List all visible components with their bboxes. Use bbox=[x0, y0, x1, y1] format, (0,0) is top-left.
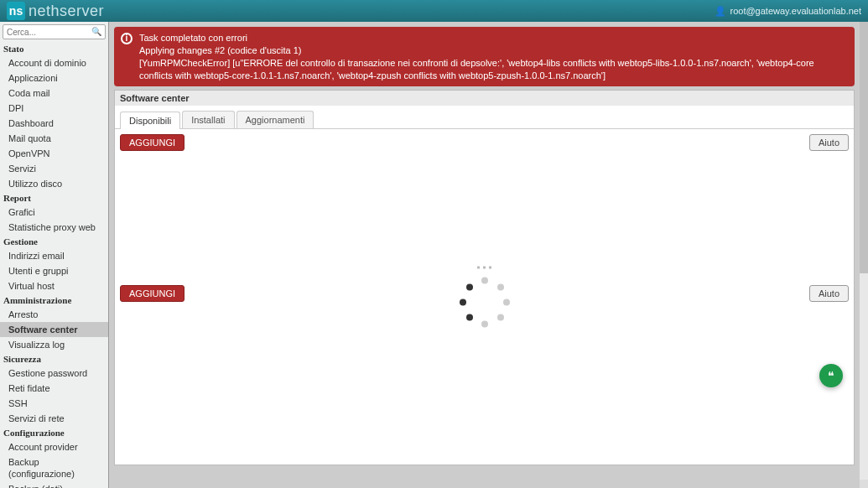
logo-text: nethserver bbox=[29, 3, 104, 20]
nav-section: Amministrazione bbox=[0, 293, 108, 307]
nav-item[interactable]: Arresto bbox=[0, 307, 108, 322]
nav-item[interactable]: Indirizzi email bbox=[0, 248, 108, 263]
tab[interactable]: Aggiornamenti bbox=[236, 111, 314, 128]
nav-item[interactable]: Mail quota bbox=[0, 131, 108, 146]
help-button[interactable]: Aiuto bbox=[809, 134, 849, 151]
nav-item[interactable]: Account provider bbox=[0, 439, 108, 454]
nav-item[interactable]: OpenVPN bbox=[0, 146, 108, 161]
app-header: ns nethserver 👤 root@gateway.evaluationl… bbox=[0, 0, 868, 22]
nav-item[interactable]: Servizi di rete bbox=[0, 411, 108, 426]
logo-icon: ns bbox=[7, 2, 25, 20]
nav-section: Gestione bbox=[0, 235, 108, 248]
add-button[interactable]: AGGIUNGI bbox=[120, 285, 185, 302]
nav-section: Report bbox=[0, 191, 108, 205]
add-button[interactable]: AGGIUNGI bbox=[120, 134, 185, 151]
search-icon: 🔍 bbox=[91, 27, 101, 36]
nav-item[interactable]: Utenti e gruppi bbox=[0, 263, 108, 278]
nav-item[interactable]: Virtual host bbox=[0, 278, 108, 293]
sidebar: 🔍 StatoAccount di dominioApplicazioniCod… bbox=[0, 22, 109, 488]
user-label: root@gateway.evaluationlab.net bbox=[730, 6, 861, 16]
nav-item[interactable]: Servizi bbox=[0, 161, 108, 176]
nav-item[interactable]: Grafici bbox=[0, 205, 108, 220]
nav-section: Sicurezza bbox=[0, 352, 108, 366]
action-row-top: AGGIUNGI Aiuto bbox=[120, 134, 849, 151]
nav-item[interactable]: Gestione password bbox=[0, 366, 108, 381]
help-button[interactable]: Aiuto bbox=[809, 285, 849, 302]
tab[interactable]: Disponibili bbox=[120, 112, 180, 129]
scrollbar-corner bbox=[860, 480, 868, 488]
scrollbar[interactable] bbox=[860, 22, 868, 488]
nav-item[interactable]: Utilizzo disco bbox=[0, 176, 108, 191]
nav-item[interactable]: Applicazioni bbox=[0, 70, 108, 86]
nav-item[interactable]: Coda mail bbox=[0, 86, 108, 101]
nav-item[interactable]: Software center bbox=[0, 322, 108, 337]
user-icon: 👤 bbox=[715, 6, 726, 17]
alert-error: i Task completato con errori Applying ch… bbox=[114, 27, 855, 86]
logo: ns nethserver bbox=[7, 2, 104, 20]
tab-bar: DisponibiliInstallatiAggiornamenti bbox=[115, 106, 854, 129]
nav-item[interactable]: Statistiche proxy web bbox=[0, 220, 108, 235]
nav-item[interactable]: Visualizza log bbox=[0, 337, 108, 352]
chat-button[interactable] bbox=[819, 364, 843, 387]
nav-section: Configurazione bbox=[0, 426, 108, 439]
nav-item[interactable]: Account di dominio bbox=[0, 55, 108, 70]
nav-item[interactable]: Reti fidate bbox=[0, 381, 108, 396]
nav-item[interactable]: Backup (configurazione) bbox=[0, 454, 108, 481]
tab[interactable]: Installati bbox=[182, 111, 234, 128]
nav-section: Stato bbox=[0, 42, 108, 55]
info-icon: i bbox=[121, 33, 133, 44]
nav-item[interactable]: DPI bbox=[0, 101, 108, 116]
loading-spinner bbox=[460, 267, 510, 328]
search-wrap: 🔍 bbox=[0, 22, 108, 42]
content-panel: DisponibiliInstallatiAggiornamenti AGGIU… bbox=[114, 106, 855, 465]
main-content: i Task completato con errori Applying ch… bbox=[109, 22, 860, 488]
nav-item[interactable]: SSH bbox=[0, 396, 108, 411]
search-input[interactable] bbox=[3, 24, 106, 39]
tab-content: AGGIUNGI Aiuto AGGIUNGI Aiuto bbox=[115, 129, 854, 465]
page-title: Software center bbox=[114, 90, 855, 106]
nav-item[interactable]: Dashboard bbox=[0, 116, 108, 131]
user-menu[interactable]: 👤 root@gateway.evaluationlab.net bbox=[715, 6, 861, 17]
alert-text: Task completato con errori Applying chan… bbox=[139, 32, 848, 81]
nav-item[interactable]: Backup (dati) bbox=[0, 481, 108, 488]
scrollbar-thumb[interactable] bbox=[860, 22, 868, 273]
